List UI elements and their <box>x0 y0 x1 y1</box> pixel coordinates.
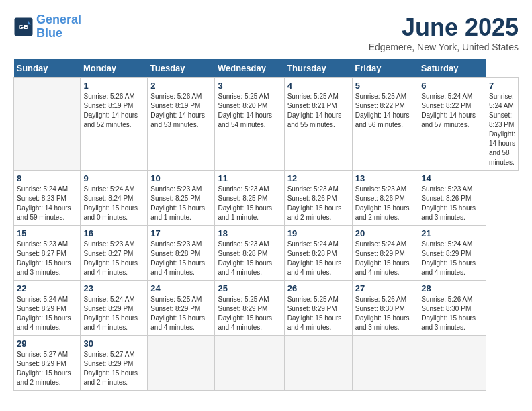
day-number: 24 <box>150 283 212 293</box>
calendar-week-row: 1Sunrise: 5:26 AMSunset: 8:19 PMDaylight… <box>14 78 519 171</box>
calendar-week-row: 15Sunrise: 5:23 AMSunset: 8:27 PMDayligh… <box>14 226 519 281</box>
day-info: Sunrise: 5:26 AMSunset: 8:19 PMDaylight:… <box>150 92 212 130</box>
day-number: 2 <box>150 81 212 91</box>
weekday-header-cell: Sunday <box>14 59 81 78</box>
location: Edgemere, New York, United States <box>369 42 519 52</box>
day-info: Sunrise: 5:23 AMSunset: 8:28 PMDaylight:… <box>150 240 212 277</box>
day-number: 8 <box>17 173 77 183</box>
day-info: Sunrise: 5:24 AMSunset: 8:23 PMDaylight:… <box>489 92 515 167</box>
calendar-day-cell: 15Sunrise: 5:23 AMSunset: 8:27 PMDayligh… <box>14 226 81 281</box>
day-number: 20 <box>355 228 415 238</box>
day-info: Sunrise: 5:23 AMSunset: 8:28 PMDaylight:… <box>218 240 281 277</box>
day-info: Sunrise: 5:27 AMSunset: 8:29 PMDaylight:… <box>17 350 77 387</box>
day-number: 14 <box>421 173 483 183</box>
calendar-day-cell: 4Sunrise: 5:25 AMSunset: 8:21 PMDaylight… <box>284 78 352 171</box>
calendar-day-cell <box>148 336 215 391</box>
day-info: Sunrise: 5:23 AMSunset: 8:26 PMDaylight:… <box>355 185 415 222</box>
day-number: 9 <box>83 173 144 183</box>
day-number: 10 <box>150 173 212 183</box>
logo-icon: GB <box>13 17 34 37</box>
day-number: 11 <box>218 173 281 183</box>
calendar-day-cell: 9Sunrise: 5:24 AMSunset: 8:24 PMDaylight… <box>81 171 148 226</box>
day-number: 15 <box>17 228 77 238</box>
calendar-day-cell <box>352 336 418 391</box>
day-number: 18 <box>218 228 281 238</box>
weekday-header-cell: Saturday <box>418 59 486 78</box>
day-number: 17 <box>150 228 212 238</box>
calendar-day-cell: 12Sunrise: 5:23 AMSunset: 8:26 PMDayligh… <box>284 171 352 226</box>
day-info: Sunrise: 5:25 AMSunset: 8:29 PMDaylight:… <box>287 295 349 332</box>
calendar-week-row: 22Sunrise: 5:24 AMSunset: 8:29 PMDayligh… <box>14 281 519 336</box>
calendar-day-cell: 1Sunrise: 5:26 AMSunset: 8:19 PMDaylight… <box>81 78 148 171</box>
weekday-header-cell: Tuesday <box>148 59 215 78</box>
day-number: 29 <box>17 338 77 349</box>
calendar-day-cell: 20Sunrise: 5:24 AMSunset: 8:29 PMDayligh… <box>352 226 418 281</box>
weekday-header-cell: Thursday <box>284 59 352 78</box>
day-info: Sunrise: 5:25 AMSunset: 8:29 PMDaylight:… <box>150 295 212 332</box>
day-number: 4 <box>287 81 349 91</box>
calendar-day-cell: 19Sunrise: 5:24 AMSunset: 8:28 PMDayligh… <box>284 226 352 281</box>
day-number: 25 <box>218 283 281 293</box>
calendar-day-cell: 23Sunrise: 5:24 AMSunset: 8:29 PMDayligh… <box>81 281 148 336</box>
calendar-day-cell <box>14 78 81 171</box>
day-number: 22 <box>17 283 77 293</box>
calendar-day-cell: 11Sunrise: 5:23 AMSunset: 8:25 PMDayligh… <box>215 171 284 226</box>
calendar-day-cell: 16Sunrise: 5:23 AMSunset: 8:27 PMDayligh… <box>81 226 148 281</box>
calendar-day-cell: 10Sunrise: 5:23 AMSunset: 8:25 PMDayligh… <box>148 171 215 226</box>
day-info: Sunrise: 5:23 AMSunset: 8:26 PMDaylight:… <box>421 185 483 222</box>
logo-text: General Blue <box>36 13 81 40</box>
day-number: 7 <box>489 81 515 91</box>
calendar-week-row: 29Sunrise: 5:27 AMSunset: 8:29 PMDayligh… <box>14 336 519 391</box>
day-info: Sunrise: 5:25 AMSunset: 8:29 PMDaylight:… <box>218 295 281 332</box>
month-title: June 2025 <box>369 13 519 42</box>
calendar-day-cell: 2Sunrise: 5:26 AMSunset: 8:19 PMDaylight… <box>148 78 215 171</box>
calendar-day-cell: 13Sunrise: 5:23 AMSunset: 8:26 PMDayligh… <box>352 171 418 226</box>
day-info: Sunrise: 5:27 AMSunset: 8:29 PMDaylight:… <box>83 350 144 387</box>
calendar-day-cell: 29Sunrise: 5:27 AMSunset: 8:29 PMDayligh… <box>14 336 81 391</box>
day-number: 12 <box>287 173 349 183</box>
logo: GB General Blue <box>13 13 81 40</box>
day-info: Sunrise: 5:23 AMSunset: 8:27 PMDaylight:… <box>17 240 77 277</box>
title-block: June 2025 Edgemere, New York, United Sta… <box>369 13 519 52</box>
calendar-day-cell: 22Sunrise: 5:24 AMSunset: 8:29 PMDayligh… <box>14 281 81 336</box>
day-number: 16 <box>83 228 144 238</box>
calendar-day-cell <box>284 336 352 391</box>
calendar-day-cell: 17Sunrise: 5:23 AMSunset: 8:28 PMDayligh… <box>148 226 215 281</box>
calendar-day-cell: 8Sunrise: 5:24 AMSunset: 8:23 PMDaylight… <box>14 171 81 226</box>
day-info: Sunrise: 5:23 AMSunset: 8:25 PMDaylight:… <box>150 185 212 222</box>
calendar-table: SundayMondayTuesdayWednesdayThursdayFrid… <box>13 59 519 391</box>
calendar-day-cell: 6Sunrise: 5:24 AMSunset: 8:22 PMDaylight… <box>418 78 486 171</box>
day-number: 27 <box>355 283 415 293</box>
svg-text:GB: GB <box>19 23 29 30</box>
day-info: Sunrise: 5:25 AMSunset: 8:22 PMDaylight:… <box>355 92 415 130</box>
day-number: 3 <box>218 81 281 91</box>
calendar-day-cell: 27Sunrise: 5:26 AMSunset: 8:30 PMDayligh… <box>352 281 418 336</box>
calendar-day-cell: 18Sunrise: 5:23 AMSunset: 8:28 PMDayligh… <box>215 226 284 281</box>
day-info: Sunrise: 5:24 AMSunset: 8:22 PMDaylight:… <box>421 92 483 130</box>
page-header: GB General Blue June 2025 Edgemere, New … <box>13 13 519 52</box>
day-info: Sunrise: 5:23 AMSunset: 8:26 PMDaylight:… <box>287 185 349 222</box>
weekday-header-cell: Monday <box>81 59 148 78</box>
calendar-day-cell: 5Sunrise: 5:25 AMSunset: 8:22 PMDaylight… <box>352 78 418 171</box>
day-info: Sunrise: 5:24 AMSunset: 8:29 PMDaylight:… <box>421 240 483 277</box>
day-info: Sunrise: 5:24 AMSunset: 8:29 PMDaylight:… <box>355 240 415 277</box>
day-number: 13 <box>355 173 415 183</box>
day-info: Sunrise: 5:25 AMSunset: 8:21 PMDaylight:… <box>287 92 349 130</box>
day-number: 21 <box>421 228 483 238</box>
calendar-day-cell: 24Sunrise: 5:25 AMSunset: 8:29 PMDayligh… <box>148 281 215 336</box>
day-info: Sunrise: 5:24 AMSunset: 8:23 PMDaylight:… <box>17 185 77 222</box>
day-info: Sunrise: 5:23 AMSunset: 8:27 PMDaylight:… <box>83 240 144 277</box>
calendar-day-cell <box>215 336 284 391</box>
day-info: Sunrise: 5:23 AMSunset: 8:25 PMDaylight:… <box>218 185 281 222</box>
day-number: 19 <box>287 228 349 238</box>
day-info: Sunrise: 5:26 AMSunset: 8:30 PMDaylight:… <box>421 295 483 332</box>
calendar-week-row: 8Sunrise: 5:24 AMSunset: 8:23 PMDaylight… <box>14 171 519 226</box>
calendar-day-cell: 3Sunrise: 5:25 AMSunset: 8:20 PMDaylight… <box>215 78 284 171</box>
day-info: Sunrise: 5:24 AMSunset: 8:24 PMDaylight:… <box>83 185 144 222</box>
day-number: 1 <box>83 81 144 91</box>
weekday-header-cell: Friday <box>352 59 418 78</box>
calendar-day-cell: 14Sunrise: 5:23 AMSunset: 8:26 PMDayligh… <box>418 171 486 226</box>
day-number: 6 <box>421 81 483 91</box>
day-number: 5 <box>355 81 415 91</box>
calendar-day-cell: 21Sunrise: 5:24 AMSunset: 8:29 PMDayligh… <box>418 226 486 281</box>
